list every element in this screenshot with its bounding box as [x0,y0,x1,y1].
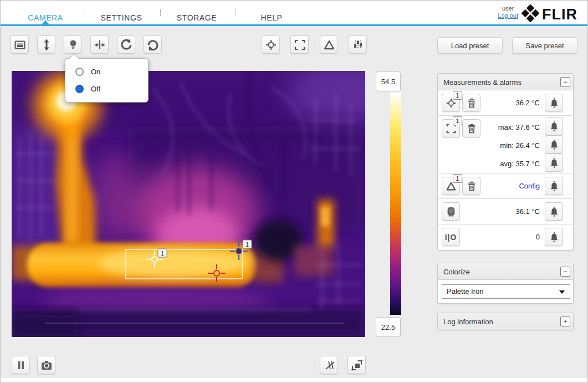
chevron-down-icon [559,290,565,294]
overlay-strikethrough-icon [323,359,336,372]
user-label: user [498,5,518,12]
color-scale-toggle-button[interactable] [11,35,29,54]
spot-measurement-row: 1 36.2 °C [438,90,573,116]
temperature-scale-bar[interactable] [390,93,401,315]
collapse-button[interactable]: − [560,77,570,87]
add-area-button[interactable] [290,35,309,54]
radio-label: On [91,68,100,76]
tab-help[interactable]: HELP [261,13,283,22]
log-panel-header: Log information + [438,313,573,330]
box-badge: 1 [453,116,462,125]
flir-wordmark: FLIR [542,6,577,23]
snapshot-button[interactable] [37,356,55,374]
delete-spot-button[interactable] [462,94,480,112]
panel-title: Measurements & alarms [443,78,521,86]
spot-alarm-button[interactable] [545,94,563,112]
colorize-panel: Colorize − Palette Iron [437,263,574,304]
radio-icon[interactable] [75,85,84,93]
box-min-alarm-button[interactable] [545,135,563,154]
scale-max-value[interactable]: 54.5 [376,72,401,91]
add-delta-button[interactable] [320,35,338,54]
delta-badge: 1 [453,174,462,183]
bell-icon [548,120,560,132]
tab-separator [236,9,236,16]
resize-view-button[interactable] [347,356,366,374]
hide-overlay-button[interactable] [320,356,338,374]
box-min-value: min: 26.4 °C [500,141,540,150]
bell-icon [548,97,560,109]
bell-icon [548,157,560,169]
palette-selected-value: Palette Iron [447,287,484,295]
lamp-icon [67,38,80,52]
digital-io-button[interactable]: I|O [442,228,460,246]
flir-camera-app: CAMERA SETTINGS STORAGE HELP user Log ou… [0,0,588,383]
tab-separator [84,9,84,16]
bell-icon [548,231,560,243]
thermal-video-feed[interactable]: 1 1 [12,71,365,337]
split-arrows-icon [93,38,106,52]
measurements-panel: Measurements & alarms − 1 36.2 °C [437,73,574,251]
box-avg-value: avg: 35.7 °C [500,160,540,168]
palette-select[interactable]: Palette Iron [442,284,570,299]
panel-title: Log information [443,318,493,326]
temperature-range-button[interactable] [37,35,55,54]
measurements-panel-header: Measurements & alarms − [438,74,573,90]
area-box-icon [293,38,306,52]
save-preset-button[interactable]: Save preset [512,37,577,54]
collapse-button[interactable]: − [560,267,570,277]
colorize-panel-header: Colorize − [438,263,573,280]
delta-icon [323,38,336,52]
top-nav: CAMERA SETTINGS STORAGE HELP user Log ou… [1,1,587,26]
digital-io-value: 0 [536,233,540,241]
tab-settings[interactable]: SETTINGS [101,13,142,22]
camera-icon [40,359,53,372]
header-accent-bar [1,24,587,26]
focus-split-button[interactable] [90,35,109,54]
lamp-button[interactable] [64,35,82,54]
lamp-dropdown-popup: On Off [65,58,149,103]
box-avg-alarm-button[interactable] [545,154,563,172]
delta-alarm-button[interactable] [545,177,563,195]
rotate-icon [146,38,160,52]
digital-io-row: I|O 0 [438,224,573,250]
camera-housing-icon [445,206,457,218]
delta-measurement-row: 1 Config [438,173,573,199]
box-max-alarm-button[interactable] [545,117,563,135]
rotate-icon [120,38,133,52]
trash-icon [466,97,478,109]
user-block: user Log out [498,5,518,19]
delta-config-link[interactable]: Config [519,182,540,190]
tab-separator [160,9,161,16]
resize-icon [350,359,364,372]
delete-box-button[interactable] [462,119,480,137]
lamp-option-off[interactable]: Off [75,85,100,93]
tab-storage[interactable]: STORAGE [177,13,217,22]
delete-delta-button[interactable] [462,177,480,195]
housing-temp-button[interactable] [442,202,460,221]
rotate-image-button[interactable] [144,35,162,54]
bell-icon [548,206,560,218]
box-measurement-row: 1 max: 37.6 °C [438,116,573,173]
trash-icon [466,180,478,192]
logout-link[interactable]: Log out [498,12,518,19]
nuc-calibrate-button[interactable] [117,35,135,54]
housing-temp-row: 36.1 °C [438,199,573,224]
pause-stream-button[interactable] [12,356,30,374]
spot-value: 36.2 °C [515,99,540,107]
digital-io-alarm-button[interactable] [545,228,563,246]
spot-marker-badge: 1 [161,250,164,257]
sliders-icon [351,38,365,52]
bell-icon [548,180,560,192]
spot-badge: 1 [453,91,462,100]
expand-button[interactable]: + [560,316,570,326]
adjust-settings-button[interactable] [349,35,367,54]
vertical-arrows-icon [40,38,53,52]
add-spot-button[interactable] [262,35,280,54]
active-tab-caret [42,21,49,24]
scale-min-value[interactable]: 22.5 [376,317,401,337]
housing-temp-value: 36.1 °C [515,207,540,216]
housing-alarm-button[interactable] [545,202,563,221]
load-preset-button[interactable]: Load preset [437,37,503,54]
lamp-option-on[interactable]: On [75,68,100,76]
radio-icon[interactable] [75,68,84,76]
